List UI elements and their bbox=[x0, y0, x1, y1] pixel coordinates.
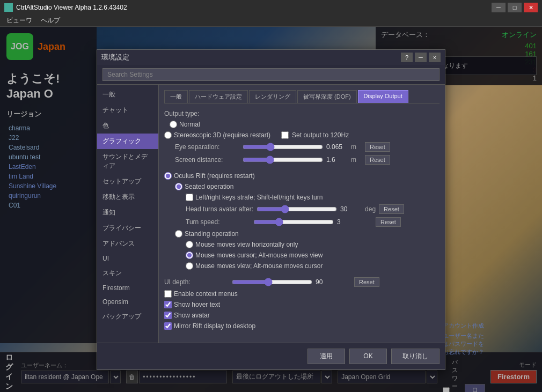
nav-item-color[interactable]: 色 bbox=[97, 118, 158, 134]
nav-item-skin[interactable]: スキン bbox=[97, 265, 158, 281]
turn-speed-label: Turn speed: bbox=[186, 218, 250, 226]
nav-item-general[interactable]: 一般 bbox=[97, 87, 158, 102]
oculus-options: Seated operation Left/right keys strafe;… bbox=[175, 183, 440, 270]
eye-separation-unit: m bbox=[351, 143, 362, 151]
eye-separation-slider[interactable] bbox=[243, 143, 323, 151]
eye-separation-row: Eye separation: 0.065 m Reset bbox=[175, 142, 440, 152]
checkbox-section: Enable context menus Show hover text Sho… bbox=[164, 290, 440, 330]
eye-separation-value: 0.065 bbox=[326, 143, 348, 151]
mouse-cursor-text: Mouse moves cursor; Alt-mouse moves view bbox=[195, 252, 323, 259]
screen-distance-reset[interactable]: Reset bbox=[365, 155, 390, 165]
seated-label: Seated operation bbox=[185, 183, 233, 190]
dialog-footer: 適用 OK 取り消し bbox=[97, 343, 445, 369]
head-turns-unit: deg bbox=[365, 205, 376, 213]
dialog-controls: ? ─ × bbox=[401, 53, 441, 62]
lr-keys-label[interactable]: Left/right keys strafe; Shift-left/right… bbox=[186, 194, 440, 201]
hover-text-label[interactable]: Show hover text bbox=[164, 301, 440, 308]
standing-radio[interactable] bbox=[175, 230, 182, 238]
main-background: JOG Japan ようこそ! Japan O リージョン charma J22… bbox=[0, 27, 542, 392]
dialog-help-button[interactable]: ? bbox=[401, 53, 413, 62]
show-avatar-checkbox[interactable] bbox=[164, 312, 172, 319]
eye-separation-reset[interactable]: Reset bbox=[365, 142, 390, 152]
nav-item-movement[interactable]: 移動と表示 bbox=[97, 189, 158, 205]
normal-radio-label[interactable]: Normal bbox=[170, 121, 440, 128]
ui-depth-slider[interactable] bbox=[232, 278, 312, 286]
mirror-rift-checkbox[interactable] bbox=[164, 322, 172, 330]
nav-item-privacy[interactable]: プライバシー bbox=[97, 220, 158, 236]
turn-speed-reset[interactable]: Reset bbox=[376, 217, 401, 227]
nav-item-advanced[interactable]: アドバンス bbox=[97, 236, 158, 252]
stereoscopic-radio[interactable] bbox=[164, 131, 172, 139]
maximize-button[interactable]: □ bbox=[508, 3, 522, 12]
nav-item-firestorm[interactable]: Firestorm bbox=[97, 281, 158, 295]
nav-item-backup[interactable]: バックアップ bbox=[97, 309, 158, 324]
mouse-view-radio[interactable] bbox=[186, 262, 193, 270]
menu-viewer[interactable]: ビューワ bbox=[2, 15, 36, 26]
normal-radio[interactable] bbox=[170, 121, 177, 128]
seated-radio-label[interactable]: Seated operation bbox=[175, 183, 440, 190]
titlebar: CtrlAltStudio Viewer Alpha 1.2.6.43402 ─… bbox=[0, 0, 542, 15]
mirror-rift-label[interactable]: Mirror Rift display to desktop bbox=[164, 322, 440, 330]
turn-speed-row: Turn speed: 3 Reset bbox=[186, 217, 440, 227]
oculus-section: Oculus Rift (requires restart) Seated op… bbox=[164, 172, 440, 270]
tab-dof[interactable]: 被写界深度 (DOF) bbox=[297, 90, 357, 103]
mouse-cursor-radio[interactable] bbox=[186, 252, 193, 259]
apply-button[interactable]: 適用 bbox=[307, 349, 345, 364]
head-turns-reset[interactable]: Reset bbox=[379, 204, 404, 214]
nav-item-opensim[interactable]: Opensim bbox=[97, 295, 158, 309]
app-title: CtrlAltStudio Viewer Alpha 1.2.6.43402 bbox=[16, 4, 492, 11]
context-menus-checkbox[interactable] bbox=[164, 290, 172, 298]
turn-speed-slider[interactable] bbox=[253, 218, 334, 226]
dialog-title: 環境設定 bbox=[101, 53, 129, 62]
search-input[interactable] bbox=[102, 68, 440, 81]
cancel-button[interactable]: 取り消し bbox=[391, 349, 440, 364]
show-avatar-label[interactable]: Show avatar bbox=[164, 312, 440, 319]
screen-distance-value: 1.6 bbox=[326, 156, 348, 164]
hover-text-checkbox[interactable] bbox=[164, 301, 172, 308]
mouse-cursor-label[interactable]: Mouse moves cursor; Alt-mouse moves view bbox=[186, 252, 440, 259]
ok-button[interactable]: OK bbox=[349, 349, 387, 364]
screen-distance-unit: m bbox=[351, 156, 362, 164]
mouse-horiz-radio[interactable] bbox=[186, 241, 193, 248]
ui-depth-value: 90 bbox=[316, 278, 337, 286]
close-button[interactable]: ✕ bbox=[524, 3, 538, 12]
dialog-body: 一般 チャット 色 グラフィック サウンドとメディア セットアップ 移動と表示 … bbox=[97, 85, 445, 343]
lr-keys-text: Left/right keys strafe; Shift-left/right… bbox=[195, 194, 323, 201]
mirror-rift-text: Mirror Rift display to desktop bbox=[174, 322, 255, 330]
tab-bar: 一般 ハードウェア設定 レンダリング 被写界深度 (DOF) Display O… bbox=[164, 90, 440, 103]
nav-item-notify[interactable]: 通知 bbox=[97, 205, 158, 220]
menubar: ビューワ ヘルプ bbox=[0, 15, 542, 27]
nav-item-sound[interactable]: サウンドとメディア bbox=[97, 149, 158, 174]
dialog-titlebar: 環境設定 ? ─ × bbox=[97, 50, 445, 65]
nav-item-graphics[interactable]: グラフィック bbox=[97, 134, 158, 149]
hz120-checkbox[interactable] bbox=[281, 131, 289, 139]
dialog-minimize-button[interactable]: ─ bbox=[415, 53, 427, 62]
output-type-label: Output type: bbox=[164, 110, 440, 117]
oculus-radio[interactable] bbox=[164, 172, 172, 180]
hz120-label[interactable]: Set output to 120Hz bbox=[281, 131, 349, 139]
tab-general[interactable]: 一般 bbox=[164, 90, 188, 103]
nav-item-setup[interactable]: セットアップ bbox=[97, 174, 158, 189]
dialog-close-button[interactable]: × bbox=[429, 53, 441, 62]
standing-radio-label[interactable]: Standing operation bbox=[175, 230, 440, 238]
context-menus-label[interactable]: Enable context menus bbox=[164, 290, 440, 298]
stereoscopic-radio-label[interactable]: Stereoscopic 3D (requires restart) bbox=[164, 131, 270, 139]
ui-depth-reset[interactable]: Reset bbox=[354, 277, 379, 287]
tab-rendering[interactable]: レンダリング bbox=[249, 90, 296, 103]
oculus-radio-label[interactable]: Oculus Rift (requires restart) bbox=[164, 172, 440, 180]
mouse-horiz-label[interactable]: Mouse moves view horizontally only bbox=[186, 241, 440, 248]
minimize-button[interactable]: ─ bbox=[492, 3, 506, 12]
tab-hardware[interactable]: ハードウェア設定 bbox=[189, 90, 248, 103]
hz120-text: Set output to 120Hz bbox=[292, 131, 349, 139]
lr-keys-checkbox[interactable] bbox=[186, 194, 193, 201]
ui-depth-row: UI depth: 90 Reset bbox=[164, 277, 440, 287]
nav-item-ui[interactable]: UI bbox=[97, 252, 158, 265]
mouse-view-label[interactable]: Mouse moves view; Alt-mouse moves cursor bbox=[186, 262, 440, 270]
head-turns-slider[interactable] bbox=[257, 205, 337, 213]
nav-item-chat[interactable]: チャット bbox=[97, 102, 158, 118]
menu-help[interactable]: ヘルプ bbox=[36, 15, 64, 26]
screen-distance-slider[interactable] bbox=[243, 156, 323, 164]
tab-display-output[interactable]: Display Output bbox=[358, 90, 408, 103]
mouse-view-text: Mouse moves view; Alt-mouse moves cursor bbox=[195, 262, 323, 270]
seated-radio[interactable] bbox=[175, 183, 182, 190]
